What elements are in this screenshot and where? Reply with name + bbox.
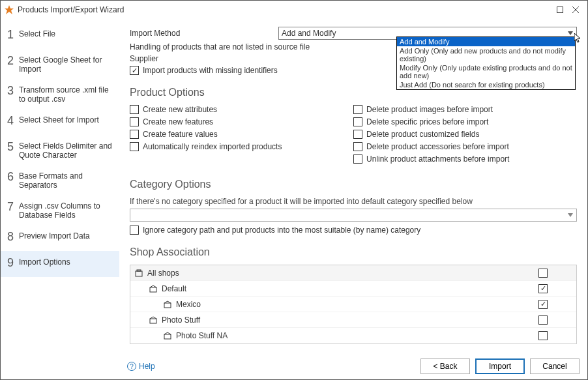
step-1[interactable]: 1Select File [1,23,119,49]
svg-rect-8 [164,334,171,339]
svg-rect-4 [137,270,141,271]
step-6[interactable]: 6Base Formats and Separators [1,165,119,195]
dropdown-option-add-only[interactable]: Add Only (Only add new products and do n… [397,46,575,63]
dropdown-option-just-add[interactable]: Just Add (Do not search for existing pro… [397,80,575,89]
shop-photo-stuff[interactable]: Photo Stuff [162,315,514,325]
import-button[interactable]: Import [475,358,525,374]
shop-table: All shops Default Mexico [130,265,577,344]
unlink-attachments-checkbox[interactable] [353,154,362,164]
help-icon: ? [127,362,136,371]
shop-association-title: Shop Association [130,246,577,258]
content: Import Method Add and Modify Handling of… [119,19,587,379]
shop-photo-stuff-na-checkbox[interactable] [538,331,548,340]
shop-group-icon [134,269,143,278]
svg-rect-7 [150,319,156,323]
ignore-category-label: Ignore category path and put products in… [143,226,420,235]
shop-all-checkbox[interactable] [538,269,548,278]
back-button[interactable]: < Back [420,358,470,374]
dropdown-option-modify-only[interactable]: Modify Only (Only update existing produc… [397,63,575,80]
create-feature-values-checkbox[interactable] [130,130,139,139]
supplier-label: Supplier [130,54,278,63]
import-missing-checkbox[interactable] [130,66,139,75]
close-button[interactable] [568,2,583,18]
help-link[interactable]: ? Help [127,362,155,371]
shop-icon [163,300,172,309]
shop-default[interactable]: Default [162,284,514,293]
step-3[interactable]: 3Transform source .xml file to output .c… [1,79,119,109]
step-9[interactable]: 9Import Options [1,251,119,277]
create-features-checkbox[interactable] [130,117,139,126]
delete-accessories-checkbox[interactable] [353,142,362,151]
svg-rect-3 [136,271,142,276]
shop-icon [149,315,158,325]
step-5[interactable]: 5Select Fields Delimiter and Quote Chara… [1,135,119,165]
shop-photo-stuff-na[interactable]: Photo Stuff NA [176,331,514,340]
shop-photo-stuff-checkbox[interactable] [538,315,548,325]
delete-images-checkbox[interactable] [353,105,362,114]
chevron-down-icon [566,211,575,220]
svg-rect-6 [164,303,171,308]
default-category-combo[interactable] [130,209,577,222]
window: Products Import/Export Wizard 1Select Fi… [0,0,588,380]
sidebar: 1Select File 2Select Google Sheet for Im… [1,19,119,379]
shop-all[interactable]: All shops [147,269,514,278]
handling-label: Handling of products that are not listed… [130,42,310,51]
main: 1Select File 2Select Google Sheet for Im… [1,19,587,379]
step-4[interactable]: 4Select Sheet for Import [1,109,119,135]
app-icon [5,5,14,14]
delete-custom-fields-checkbox[interactable] [353,130,362,139]
import-method-label: Import Method [130,29,278,38]
category-hint: If there's no category specified for a p… [130,197,577,206]
shop-default-checkbox[interactable] [538,284,548,293]
titlebar: Products Import/Export Wizard [1,1,587,19]
step-7[interactable]: 7Assign .csv Columns to Database Fields [1,195,119,225]
shop-icon [149,284,158,293]
svg-rect-5 [150,287,156,292]
import-method-dropdown-list[interactable]: Add and Modify Add Only (Only add new pr… [396,37,576,90]
import-missing-label: Import products with missing identifiers [143,66,278,75]
step-2[interactable]: 2Select Google Sheet for Import [1,49,119,79]
dropdown-option-add-modify[interactable]: Add and Modify [397,37,575,46]
shop-mexico-checkbox[interactable] [538,300,548,309]
shop-mexico[interactable]: Mexico [176,300,514,309]
delete-prices-checkbox[interactable] [353,117,362,126]
step-8[interactable]: 8Preview Import Data [1,225,119,251]
footer: ? Help < Back Import Cancel [127,358,580,374]
svg-rect-0 [557,7,563,13]
create-attributes-checkbox[interactable] [130,105,139,114]
reindex-checkbox[interactable] [130,142,139,151]
window-title: Products Import/Export Wizard [18,5,124,14]
category-options-title: Category Options [130,179,577,190]
shop-icon [163,331,172,340]
ignore-category-checkbox[interactable] [130,226,139,235]
maximize-button[interactable] [552,2,568,18]
cancel-button[interactable]: Cancel [530,358,580,374]
